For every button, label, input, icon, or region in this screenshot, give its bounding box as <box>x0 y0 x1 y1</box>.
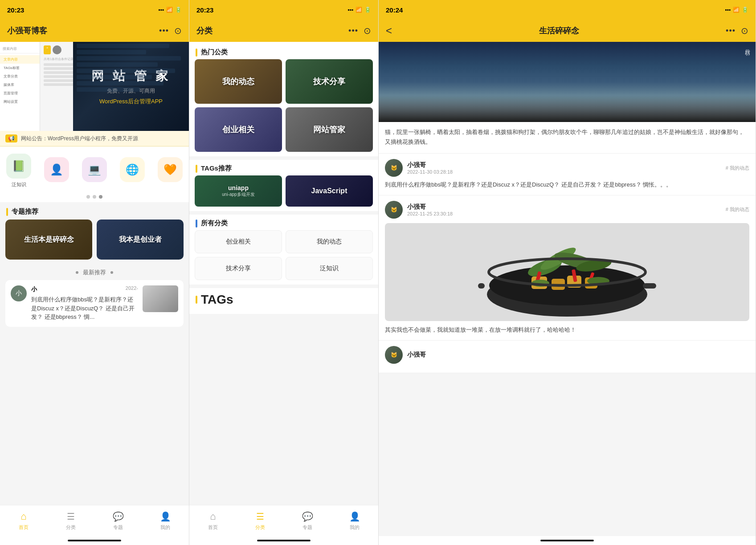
icon-item-code[interactable]: 💻 <box>82 157 107 185</box>
article-author-1: 小 <box>31 285 37 293</box>
target-icon-2[interactable]: ⊙ <box>364 25 371 36</box>
dot-1 <box>86 195 90 199</box>
tab-topic-icon-2: 💬 <box>302 511 313 522</box>
all-cat-knowledge[interactable]: 泛知识 <box>286 257 373 280</box>
back-button-3[interactable]: < <box>386 24 392 37</box>
post-text-1: 到底用什么程序做bbs呢？是新程序？还是Discuz x？还是DiscuzQ？ … <box>385 180 749 190</box>
admin-sidebar-item-site[interactable]: 网站设置 <box>0 98 40 106</box>
more-icon-3[interactable]: ••• <box>726 26 736 36</box>
post-meta-1: 小强哥 2022-11-30 03:28:18 <box>407 161 721 175</box>
article-avatar-1: 小 <box>11 285 27 301</box>
target-icon-1[interactable]: ⊙ <box>174 25 182 36</box>
wifi-icon-3: 📶 <box>733 7 740 13</box>
wifi-icon: 📶 <box>166 7 173 13</box>
admin-add-btn[interactable]: + <box>44 45 51 54</box>
tab-topic-label-1: 专题 <box>113 524 123 531</box>
tab-category-2[interactable]: ☰ 分类 <box>254 511 266 531</box>
article-text-1: 到底用什么程序做bbs呢？是新程序？还是Discuz x？还是DiscuzQ？ … <box>31 295 138 321</box>
more-icon-1[interactable]: ••• <box>159 26 169 36</box>
icon-item-user[interactable]: 👤 <box>44 157 69 185</box>
wifi-icon-2: 📶 <box>356 7 362 13</box>
tab-category-1[interactable]: ☰ 分类 <box>65 511 77 531</box>
tag-card-js[interactable]: JavaScript <box>286 175 373 207</box>
tab-category-icon-1: ☰ <box>65 511 77 522</box>
all-cats-grid: 创业相关 我的动态 技术分享 泛知识 <box>189 230 378 285</box>
icon-item-knowledge[interactable]: 📗 泛知识 <box>6 154 31 188</box>
latest-text: 最新推荐 <box>83 268 106 277</box>
home-indicator-bar-2 <box>257 540 311 541</box>
cat-card-manager[interactable]: 网站管家 <box>286 107 373 152</box>
cat-card-tech[interactable]: 技术分享 <box>286 59 373 104</box>
icon-label-knowledge: 泛知识 <box>12 181 26 188</box>
admin-sidebar-item-pages[interactable]: 页面管理 <box>0 89 40 98</box>
post-author-3: 小强哥 <box>407 351 749 359</box>
post-tag-1: # 我的动态 <box>726 165 749 171</box>
status-bar-1: 20:23 ▪▪▪ 📶 🔋 <box>0 0 189 20</box>
nav-actions-3[interactable]: ••• ⊙ <box>726 25 748 36</box>
home-indicator-bar-3 <box>540 540 594 541</box>
tab-bar-2: ⌂ 首页 ☰ 分类 💬 专题 👤 我的 <box>189 505 378 536</box>
cat-card-startup[interactable]: 创业相关 <box>195 107 282 152</box>
latest-header: 最新推荐 <box>0 264 189 280</box>
icon-item-heart[interactable]: 🧡 <box>158 157 183 185</box>
article-card-1[interactable]: 小 小 2022- 到底用什么程序做bbs呢？是新程序？还是Discuz x？还… <box>5 280 184 327</box>
special-cards-row: 生活本是碎碎念 我本是创业者 <box>0 220 189 264</box>
tab-home-1[interactable]: ⌂ 首页 <box>18 511 29 531</box>
code-line-6 <box>77 75 152 79</box>
all-cats-title: 所有分类 <box>201 219 228 228</box>
tab-topic-label-2: 专题 <box>302 524 312 531</box>
tab-my-2[interactable]: 👤 我的 <box>349 511 360 531</box>
tab-my-label-1: 我的 <box>160 524 170 531</box>
special-section-accent <box>6 208 8 216</box>
nav-title-3: 生活碎碎念 <box>539 25 579 36</box>
screen2-content: 热门公类 我的动态 技术分享 创业相关 网站管家 TA <box>189 42 378 505</box>
feature-card-startup[interactable]: 我本是创业者 <box>97 220 184 260</box>
post-avatar-1: 🐱 <box>385 159 403 177</box>
tag-card-uniapp[interactable]: uniapp uni-app多端开发 <box>195 175 282 207</box>
all-cats-accent <box>196 220 197 228</box>
admin-sidebar-item-media[interactable]: 媒体库 <box>0 81 40 89</box>
status-time-2: 20:23 <box>196 6 213 14</box>
main-banner: 网 站 管 家 免费、开源、可商用 WordPress后台管理APP <box>73 42 189 131</box>
all-cat-tech[interactable]: 技术分享 <box>195 257 282 280</box>
admin-sidebar-item-cat[interactable]: 文章分类 <box>0 72 40 81</box>
tab-topic-1[interactable]: 💬 专题 <box>112 511 124 531</box>
admin-sidebar-item-tags[interactable]: TAGs标签 <box>0 64 40 72</box>
code-line-8 <box>77 87 140 92</box>
signal-icon-3: ▪▪▪ <box>725 7 731 13</box>
post-avatar-3: 🐱 <box>385 346 403 364</box>
tab-home-2[interactable]: ⌂ 首页 <box>207 511 219 531</box>
post-card-2: 🐱 小强哥 2022-11-25 23:30:18 # 我的动态 <box>379 195 756 341</box>
admin-sidebar-item-posts[interactable]: 文章内容 <box>0 55 40 64</box>
post-date-2: 2022-11-25 23:30:18 <box>407 211 721 216</box>
dot-2 <box>93 195 96 199</box>
icon-item-web[interactable]: 🌐 <box>120 157 145 185</box>
status-bar-2: 20:23 ▪▪▪ 📶 🔋 <box>189 0 378 20</box>
all-cat-dynamic[interactable]: 我的动态 <box>286 230 373 253</box>
icon-code: 💻 <box>82 157 107 182</box>
feature-card-life[interactable]: 生活本是碎碎念 <box>5 220 92 260</box>
tag-uniapp-label: uniapp <box>222 184 254 191</box>
tab-topic-2[interactable]: 💬 专题 <box>302 511 313 531</box>
more-icon-2[interactable]: ••• <box>348 26 358 36</box>
tab-my-1[interactable]: 👤 我的 <box>159 511 171 531</box>
intro-section: 猫，院里一张躺椅，晒着太阳，抽着卷烟，挑拨猫和狗打架，偶尔约朋友吹个牛，聊聊那几… <box>379 122 756 154</box>
signal-icon: ▪▪▪ <box>158 7 164 13</box>
battery-icon-3: 🔋 <box>742 7 748 13</box>
nav-actions-2[interactable]: ••• ⊙ <box>348 25 371 36</box>
tags-bottom-title: TAGs <box>201 293 233 307</box>
all-cat-startup[interactable]: 创业相关 <box>195 230 282 253</box>
code-line-4 <box>77 62 158 67</box>
battery-icon: 🔋 <box>175 7 182 13</box>
nav-actions-1[interactable]: ••• ⊙ <box>159 25 182 36</box>
cat-card-dynamic[interactable]: 我的动态 <box>195 59 282 104</box>
post-avatar-icon-3: 🐱 <box>391 352 397 358</box>
nav-bar-1: 小强哥博客 ••• ⊙ <box>0 20 189 42</box>
tags-rec-title: TAGs推荐 <box>201 164 232 173</box>
feature-card-life-label: 生活本是碎碎念 <box>24 235 74 244</box>
post-meta-2: 小强哥 2022-11-25 23:30:18 <box>407 203 721 216</box>
article-content-1: 小 2022- 到底用什么程序做bbs呢？是新程序？还是Discuz x？还是D… <box>31 285 138 321</box>
code-bg <box>73 42 189 131</box>
admin-sidebar-header: 搜索内容 <box>0 45 40 53</box>
target-icon-3[interactable]: ⊙ <box>741 25 748 36</box>
